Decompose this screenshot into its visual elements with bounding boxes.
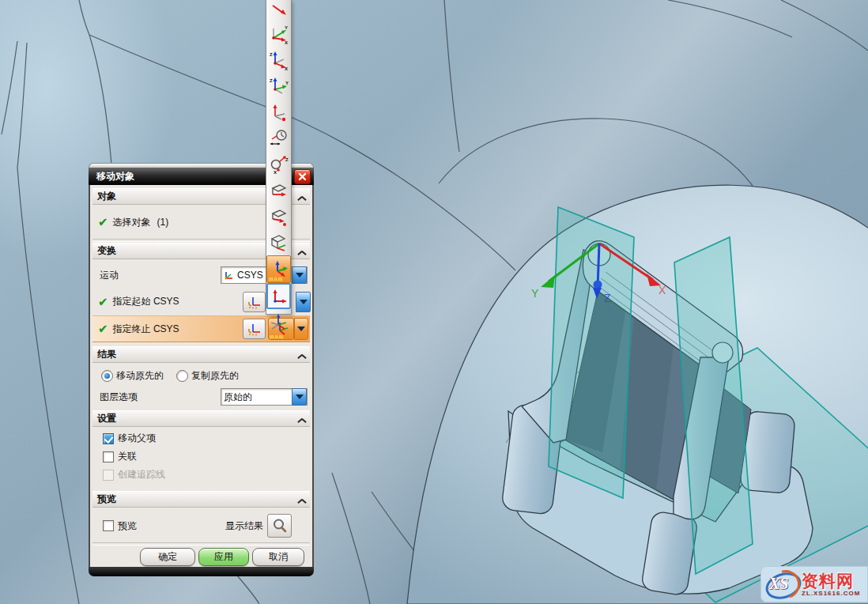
ok-button[interactable]: 确定 <box>140 548 195 566</box>
watermark-badge: XS 资料网 ZL.XS1616.COM <box>760 566 868 602</box>
watermark-domain: ZL.XS1616.COM <box>802 591 860 597</box>
menu-item-current-view-csys[interactable] <box>266 283 291 309</box>
section-preview[interactable]: 预览 <box>92 491 310 508</box>
copy-original-label: 复制原先的 <box>191 369 239 383</box>
svg-text:X: X <box>274 170 277 175</box>
svg-text:Z: Z <box>270 52 273 57</box>
section-object-label: 对象 <box>97 190 116 203</box>
copy-original-radio[interactable] <box>176 370 188 382</box>
show-result-button[interactable] <box>267 514 292 538</box>
menu-item-offset-csys[interactable] <box>266 125 291 151</box>
svg-text:X: X <box>285 66 288 70</box>
svg-text:Y: Y <box>285 81 289 85</box>
dialog-title: 移动对象 <box>96 170 294 183</box>
start-csys-label: 指定起始 CSYS <box>113 295 179 308</box>
dialog-button-bar: 确定 应用 取消 <box>95 547 308 566</box>
menu-item-offset-from-csys[interactable] <box>266 309 291 335</box>
move-parent-label: 移动父项 <box>118 432 156 445</box>
offset-csys-icon <box>269 128 289 149</box>
trace-line-checkbox <box>103 470 114 481</box>
axis-y-label: Y <box>531 287 539 300</box>
green-check-icon: ✔ <box>98 295 108 309</box>
preview-checkbox[interactable] <box>103 520 114 531</box>
dropdown-arrow-icon <box>300 300 308 304</box>
layer-option-row: 图层选项 原始的 <box>95 387 308 407</box>
separator <box>92 542 310 545</box>
dynamic-csys-icon <box>269 102 289 123</box>
move-parent-checkbox[interactable] <box>103 433 114 444</box>
three-planes-csys-icon <box>269 232 289 253</box>
associative-label: 关联 <box>118 450 137 463</box>
menu-item-dynamic-csys[interactable] <box>266 99 291 125</box>
dropdown-arrow-icon <box>296 273 304 277</box>
section-settings[interactable]: 设置 <box>92 410 310 427</box>
section-preview-label: 预览 <box>97 493 116 506</box>
menu-item-zaxis-xpoint[interactable]: Z X <box>266 47 291 73</box>
cancel-button[interactable]: 取消 <box>252 548 304 566</box>
collapse-caret-icon[interactable] <box>297 248 305 254</box>
csys-type-menu: Y X Z X Z Y <box>266 0 292 315</box>
object-csys-icon <box>269 180 289 201</box>
magnifier-icon <box>272 518 288 534</box>
motion-dropdown-button[interactable] <box>292 266 307 284</box>
preview-label: 预览 <box>118 519 137 533</box>
move-parent-row: 移动父项 <box>95 430 308 447</box>
csys-to-csys-icon <box>223 270 235 281</box>
associative-checkbox[interactable] <box>103 451 114 462</box>
move-original-label: 移动原先的 <box>116 369 164 383</box>
section-result[interactable]: 结果 <box>92 346 310 363</box>
associative-row: 关联 <box>95 448 308 465</box>
svg-text:Z: Z <box>270 78 273 83</box>
menu-item-point-perpendicular[interactable] <box>266 203 291 229</box>
close-button[interactable] <box>294 169 311 184</box>
watermark-site-name: 资料网 <box>802 572 860 589</box>
end-csys-dialog-button[interactable] <box>243 319 266 339</box>
layer-dropdown-button[interactable] <box>292 388 307 406</box>
menu-item-absolute-csys[interactable]: (0,0,0) <box>266 255 291 283</box>
result-radio-row: 移动原先的 复制原先的 <box>95 367 308 384</box>
plane-axis-point-csys-icon: Z X <box>269 154 289 175</box>
menu-item-object-csys[interactable] <box>266 177 291 203</box>
menu-item-three-planes[interactable] <box>266 229 291 255</box>
layer-option-value: 原始的 <box>221 391 292 404</box>
move-original-radio[interactable] <box>101 370 113 382</box>
csys-origin-label: (0,0,0) <box>269 277 282 281</box>
svg-text:X: X <box>285 40 288 44</box>
collapse-caret-icon[interactable] <box>297 352 305 357</box>
select-object-label: 选择对象 <box>113 216 151 229</box>
svg-text:Z: Z <box>285 157 289 162</box>
collapse-caret-icon[interactable] <box>297 496 305 502</box>
csys-dialog-icon <box>247 322 262 336</box>
zaxis-ypoint-csys-icon: Z Y <box>269 76 289 96</box>
start-csys-dialog-button[interactable] <box>243 292 266 312</box>
origin-xpoint-ypoint-csys-icon: Y X <box>269 24 289 44</box>
menu-item-plane-axis-point[interactable]: Z X <box>266 151 291 177</box>
menu-item-inferred-csys[interactable] <box>266 0 291 21</box>
dropdown-arrow-icon <box>296 394 304 399</box>
section-transform-label: 变换 <box>97 244 116 258</box>
collapse-caret-icon[interactable] <box>297 194 305 199</box>
layer-option-combo[interactable]: 原始的 <box>221 388 308 406</box>
start-csys-dropdown-button[interactable] <box>296 292 311 312</box>
end-csys-dropdown-button[interactable] <box>294 318 308 340</box>
xs-logo-text: XS <box>769 575 788 593</box>
menu-item-zaxis-ypoint[interactable]: Z Y <box>266 73 291 99</box>
close-icon <box>298 172 307 181</box>
absolute-csys-icon <box>270 261 289 278</box>
select-object-count: (1) <box>157 217 169 228</box>
section-result-label: 结果 <box>97 348 116 361</box>
csys-dialog-icon <box>247 295 262 309</box>
trace-line-label: 创建追踪线 <box>118 468 165 481</box>
motion-type-combo[interactable]: CSYS 到 CSYS <box>221 266 308 284</box>
green-check-icon: ✔ <box>98 322 108 336</box>
show-result-label: 显示结果 <box>225 519 263 533</box>
menu-item-origin-xpoint-ypoint[interactable]: Y X <box>266 21 291 47</box>
application-window: X Y Z 移动对象 对象 ✔ 选择对象 (1) <box>0 0 868 604</box>
collapse-caret-icon[interactable] <box>297 416 305 421</box>
apply-button[interactable]: 应用 <box>198 548 249 566</box>
dialog-bottom-edge <box>89 567 314 576</box>
motion-label: 运动 <box>100 269 119 282</box>
green-check-icon: ✔ <box>98 215 108 229</box>
offset-from-csys-icon <box>269 312 289 333</box>
end-csys-label: 指定终止 CSYS <box>113 323 179 336</box>
